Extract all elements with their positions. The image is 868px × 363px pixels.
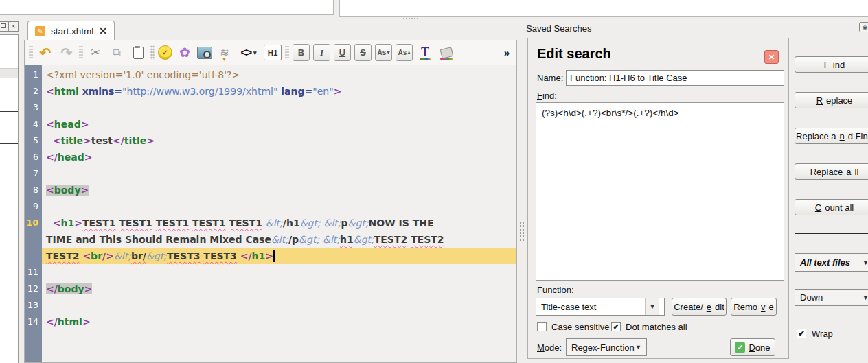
code-tag-icon[interactable]: <>	[237, 44, 260, 62]
chevron-down-icon: ▼	[645, 298, 659, 315]
create-edit-button[interactable]: Create/edit	[672, 298, 727, 316]
code-line[interactable]: 4<head>	[25, 116, 516, 132]
code-line[interactable]: 14</html>	[25, 314, 516, 330]
document-icon: ✎	[35, 26, 45, 36]
side-panel-row-divider	[0, 176, 18, 176]
code-line[interactable]: 3	[25, 99, 516, 116]
undo-icon[interactable]: ↶	[36, 44, 54, 62]
line-number: 8	[25, 182, 42, 198]
close-search-button[interactable]: ✕	[764, 50, 779, 64]
redo-icon[interactable]: ↷	[58, 44, 76, 62]
function-select[interactable]: Title-case text ▼	[536, 298, 665, 316]
code-line[interactable]: 8<body>	[25, 182, 516, 198]
code-line[interactable]: 9	[25, 198, 516, 215]
line-number: 14	[25, 314, 42, 330]
direction-select[interactable]: Down ▼	[795, 289, 868, 306]
panel-settings-icon[interactable]: ◉	[859, 22, 868, 32]
subscript-icon[interactable]: As	[375, 44, 392, 61]
side-panel-row-divider	[0, 111, 18, 112]
line-number: 6	[25, 149, 42, 165]
cut-icon[interactable]: ✂	[87, 44, 104, 62]
scope-select[interactable]: All text files ▼	[795, 253, 868, 272]
side-panel-row-divider	[0, 143, 18, 144]
function-label: Function:	[537, 285, 574, 295]
saved-searches-title: Saved Searches	[526, 23, 591, 34]
top-pane-right	[339, 0, 868, 17]
line-number: 13	[25, 297, 42, 314]
line-number: 3	[25, 99, 42, 116]
code-line[interactable]: 7	[25, 165, 516, 182]
chevron-down-icon: ▼	[863, 294, 868, 301]
tab-start-xhtml[interactable]: ✎ start.xhtml ✕	[27, 21, 115, 40]
paste-icon[interactable]	[129, 44, 147, 62]
toolbar-handle[interactable]	[29, 45, 33, 60]
done-button[interactable]: ✓ Done	[730, 338, 775, 356]
text-cursor	[273, 250, 275, 262]
code-line[interactable]: 1<?xml version='1.0' encoding='utf-8'?>	[25, 67, 516, 83]
toolbar-overflow-icon[interactable]: »	[504, 47, 512, 58]
side-panel-row-divider	[0, 84, 18, 84]
count-all-button[interactable]: Count all	[795, 199, 868, 215]
heading-1-icon[interactable]: H1	[264, 45, 282, 60]
find-input[interactable]: (?s)<h\d>(.+?)<br\s*/>(.+?)</h\d>	[536, 102, 784, 281]
line-number	[25, 231, 42, 248]
code-line[interactable]: TEST2 <br/>&lt;br/&gt;TEST3 TEST3 </h1>	[25, 248, 516, 264]
splitter-handle[interactable]	[519, 221, 524, 242]
line-number: 12	[25, 281, 42, 297]
mode-select[interactable]: Regex-Function ▼	[566, 338, 647, 356]
toolbar-separator	[285, 45, 289, 60]
font-color-icon[interactable]: T	[416, 44, 434, 62]
side-panel-selected-row[interactable]	[0, 68, 18, 78]
quickstart-icon[interactable]: ✓	[158, 45, 172, 60]
code-line[interactable]: 10 <h1>TEST1 TEST1 TEST1 TEST1 TEST1 &lt…	[25, 215, 516, 231]
code-line[interactable]: 11	[25, 264, 516, 281]
code-line[interactable]: 5 <title>test</title>	[25, 132, 516, 149]
highlight-icon[interactable]	[437, 44, 455, 62]
dot-matches-all-checkbox[interactable]: ✔	[611, 322, 621, 331]
line-number: 4	[25, 116, 42, 132]
bold-icon[interactable]: B	[293, 44, 310, 61]
edit-search-heading: Edit search	[537, 46, 611, 62]
strikethrough-icon[interactable]: S	[354, 44, 372, 61]
scope-selected-value: All text files	[800, 257, 850, 268]
code-line[interactable]: 12</body>	[25, 281, 516, 297]
code-line[interactable]: 13	[25, 297, 516, 314]
underline-icon[interactable]: U	[334, 44, 351, 61]
name-input[interactable]	[566, 70, 784, 86]
line-number	[25, 248, 42, 264]
code-editor[interactable]: 1<?xml version='1.0' encoding='utf-8'?>2…	[25, 65, 516, 362]
editor-toolbar: ↶↷✂⧉✓✿≋<>H1BIUSAsAsT »	[25, 40, 516, 65]
superscript-icon[interactable]: As	[396, 44, 413, 61]
panel-detach-icon[interactable]	[0, 21, 8, 32]
remove-button[interactable]: Remove	[731, 298, 777, 316]
editor-pane-body: ↶↷✂⧉✓✿≋<>H1BIUSAsAsT » 1<?xml version='1…	[24, 40, 517, 363]
chevron-down-icon: ▼	[635, 344, 641, 351]
tab-close-icon[interactable]: ✕	[99, 25, 107, 36]
line-number: 10	[25, 215, 42, 231]
function-selected-value: Title-case text	[541, 302, 596, 312]
find-label: Find:	[537, 91, 557, 101]
special-chars-icon[interactable]: ✿	[176, 44, 194, 62]
insert-image-icon[interactable]	[197, 47, 212, 59]
code-line[interactable]: TIME and This Should Remain Mixed Case&l…	[25, 231, 516, 248]
tab-title: start.xhtml	[51, 26, 93, 36]
dot-matches-all-label: Dot matches all	[626, 322, 687, 332]
line-number: 7	[25, 165, 42, 182]
strip-tags-icon[interactable]: ≋	[216, 44, 233, 62]
done-button-label: Done	[749, 342, 770, 353]
italic-icon[interactable]: I	[313, 44, 330, 61]
replace-and-find-button[interactable]: Replace and Find	[795, 128, 868, 144]
replace-button[interactable]: Replace	[795, 92, 868, 108]
wrap-checkbox[interactable]: ✔	[797, 329, 806, 338]
mode-selected-value: Regex-Function	[571, 342, 635, 353]
code-line[interactable]: 2<html xmlns="http://www.w3.org/1999/xht…	[25, 83, 516, 99]
find-button[interactable]: Find	[795, 56, 868, 73]
case-sensitive-label: Case sensitive	[551, 322, 610, 332]
top-pane-left	[0, 0, 334, 15]
column-separator	[795, 233, 868, 234]
copy-icon[interactable]: ⧉	[108, 44, 126, 62]
code-line[interactable]: 6</head>	[25, 149, 516, 165]
replace-all-button[interactable]: Replace all	[795, 163, 868, 180]
case-sensitive-checkbox[interactable]	[537, 322, 547, 331]
panel-close-icon[interactable]: ✕	[8, 21, 19, 32]
